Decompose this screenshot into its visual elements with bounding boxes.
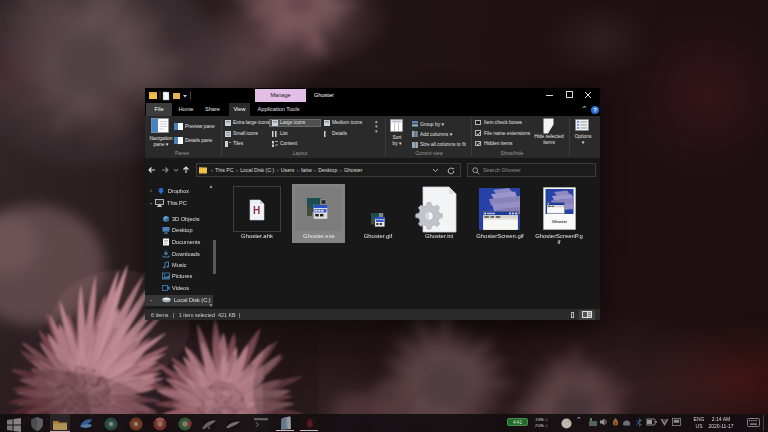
svg-text:Ghoster: Ghoster (552, 219, 568, 224)
svg-text:H: H (253, 205, 260, 216)
